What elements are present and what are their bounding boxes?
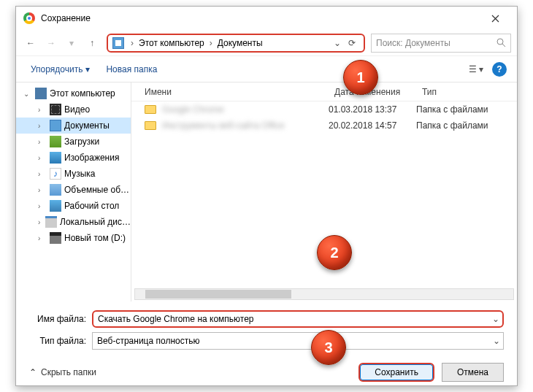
titlebar: Сохранение xyxy=(16,7,517,30)
desktop-icon xyxy=(50,200,61,212)
expand-icon: › xyxy=(38,106,47,114)
tree-item-video[interactable]: ›Видео xyxy=(16,101,131,118)
fields-area: Имя файла: Скачать Google Chrome на комп… xyxy=(16,301,517,357)
organize-button[interactable]: Упорядочить▾ xyxy=(26,61,94,77)
folder-tree: ⌄Этот компьютер ›Видео ›Документы ›Загру… xyxy=(16,82,131,301)
images-icon xyxy=(50,152,61,164)
chevron-down-icon: ⌄ xyxy=(493,336,500,346)
tree-item-newvol[interactable]: ›Новый том (D:) xyxy=(16,230,131,246)
list-item[interactable]: Google Chrome 01.03.2018 13:37 Папка с ф… xyxy=(131,101,517,118)
expand-icon: › xyxy=(38,170,47,178)
tree-item-pc[interactable]: ⌄Этот компьютер xyxy=(16,85,131,101)
doc-icon xyxy=(50,120,61,131)
disk-icon xyxy=(45,216,57,228)
filetype-select[interactable]: Веб-страница полностью ⌄ xyxy=(92,332,504,350)
close-button[interactable] xyxy=(480,8,510,28)
annotation-badge-1: 1 xyxy=(343,60,378,95)
collapse-icon: ⌄ xyxy=(23,90,32,98)
pc-icon xyxy=(35,88,47,99)
expand-icon: › xyxy=(38,154,47,162)
help-button[interactable]: ? xyxy=(492,62,507,77)
chevron-right-icon: › xyxy=(129,38,136,48)
chrome-icon xyxy=(23,12,35,24)
hide-folders-toggle[interactable]: ⌃ Скрыть папки xyxy=(29,367,96,377)
music-icon: ♪ xyxy=(50,168,61,180)
filename-label: Имя файла: xyxy=(29,314,92,324)
save-dialog: Сохранение ← → ▾ ↑ › Этот компьютер › До… xyxy=(15,6,518,386)
col-name[interactable]: Имени xyxy=(145,87,334,97)
chevron-up-icon: ⌃ xyxy=(29,367,37,377)
list-item[interactable]: Инструменты веб-сайта Office 20.02.2018 … xyxy=(131,118,517,134)
expand-icon: › xyxy=(38,138,47,146)
annotation-badge-2: 2 xyxy=(317,235,352,270)
search-placeholder: Поиск: Документы xyxy=(376,38,496,48)
tree-item-volumes[interactable]: ›Объемные об… xyxy=(16,182,131,198)
chevron-down-icon: ▾ xyxy=(85,64,90,74)
toolbar: Упорядочить▾ Новая папка ☰ ▾ ? xyxy=(16,56,517,82)
search-icon xyxy=(496,38,506,47)
cancel-button[interactable]: Отмена xyxy=(442,363,504,382)
horizontal-scrollbar[interactable] xyxy=(134,288,514,300)
filetype-label: Тип файла: xyxy=(29,336,92,346)
expand-icon: › xyxy=(38,186,47,194)
window-title: Сохранение xyxy=(41,13,480,23)
folder-icon xyxy=(112,37,124,49)
up-button[interactable]: ↑ xyxy=(83,34,101,52)
expand-icon: › xyxy=(38,122,47,130)
expand-icon: › xyxy=(38,202,47,210)
main-area: ⌄Этот компьютер ›Видео ›Документы ›Загру… xyxy=(16,82,517,301)
navbar: ← → ▾ ↑ › Этот компьютер › Документы ⌄ ⟳… xyxy=(16,30,517,56)
back-button[interactable]: ← xyxy=(22,34,39,52)
svg-point-0 xyxy=(497,39,503,45)
new-folder-button[interactable]: Новая папка xyxy=(101,61,161,77)
expand-icon: › xyxy=(38,234,47,242)
tree-item-images[interactable]: ›Изображения xyxy=(16,150,131,166)
col-type[interactable]: Тип xyxy=(422,87,517,97)
address-bar[interactable]: › Этот компьютер › Документы ⌄ ⟳ xyxy=(107,34,365,53)
folder-icon xyxy=(145,105,156,114)
expand-icon: › xyxy=(38,218,42,226)
crumb-current[interactable]: Документы xyxy=(215,38,266,48)
file-list: Имени Дата изменения Тип Google Chrome 0… xyxy=(131,82,517,301)
chevron-right-icon: › xyxy=(207,38,215,48)
address-dropdown[interactable]: ⌄ xyxy=(330,38,345,48)
search-input[interactable]: Поиск: Документы xyxy=(371,34,511,53)
dialog-footer: ⌃ Скрыть папки Сохранить Отмена xyxy=(16,357,517,392)
video-icon xyxy=(50,104,61,115)
tree-item-localdisk[interactable]: ›Локальный дис… xyxy=(16,214,131,230)
view-options-button[interactable]: ☰ ▾ xyxy=(467,64,485,74)
close-icon xyxy=(491,15,499,23)
history-dropdown[interactable]: ▾ xyxy=(63,34,80,52)
folder-icon xyxy=(145,121,156,130)
filename-input[interactable]: Скачать Google Chrome на компьютер ⌄ xyxy=(92,310,504,328)
annotation-badge-3: 3 xyxy=(311,330,346,365)
3d-icon xyxy=(50,184,61,196)
refresh-button[interactable]: ⟳ xyxy=(345,38,359,48)
save-button[interactable]: Сохранить xyxy=(358,363,434,382)
disk-icon xyxy=(50,232,61,244)
crumb-root[interactable]: Этот компьютер xyxy=(136,38,207,48)
downloads-icon xyxy=(50,136,61,147)
tree-item-desktop[interactable]: ›Рабочий стол xyxy=(16,198,131,214)
column-headers: Имени Дата изменения Тип xyxy=(131,82,517,101)
chevron-down-icon: ⌄ xyxy=(492,314,499,324)
tree-item-docs[interactable]: ›Документы xyxy=(16,118,131,134)
tree-item-downloads[interactable]: ›Загрузки xyxy=(16,134,131,150)
forward-button[interactable]: → xyxy=(42,34,60,52)
tree-item-music[interactable]: ›♪Музыка xyxy=(16,166,131,182)
